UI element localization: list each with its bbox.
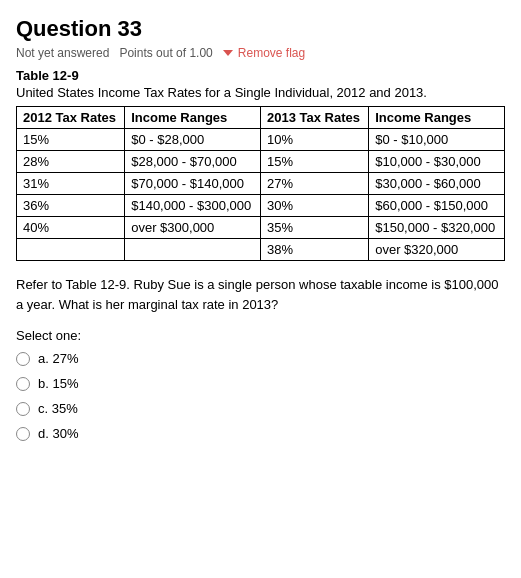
- table-cell: 28%: [17, 151, 125, 173]
- table-cell: 36%: [17, 195, 125, 217]
- meta-row: Not yet answered Points out of 1.00 Remo…: [16, 46, 505, 60]
- option-label-b: b. 15%: [38, 376, 78, 391]
- table-cell: $30,000 - $60,000: [369, 173, 505, 195]
- tax-table: 2012 Tax Rates Income Ranges 2013 Tax Ra…: [16, 106, 505, 261]
- col-header-2013-rates: 2013 Tax Rates: [260, 107, 368, 129]
- radio-c[interactable]: [16, 402, 30, 416]
- table-cell: $70,000 - $140,000: [125, 173, 261, 195]
- col-header-income-ranges-2012: Income Ranges: [125, 107, 261, 129]
- table-row: 28%$28,000 - $70,00015%$10,000 - $30,000: [17, 151, 505, 173]
- table-cell: $60,000 - $150,000: [369, 195, 505, 217]
- col-header-income-ranges-2013: Income Ranges: [369, 107, 505, 129]
- table-cell: $0 - $28,000: [125, 129, 261, 151]
- table-row: 36%$140,000 - $300,00030%$60,000 - $150,…: [17, 195, 505, 217]
- not-answered-label: Not yet answered: [16, 46, 109, 60]
- table-cell: $150,000 - $320,000: [369, 217, 505, 239]
- table-cell: [125, 239, 261, 261]
- table-cell: 27%: [260, 173, 368, 195]
- table-row: 15%$0 - $28,00010%$0 - $10,000: [17, 129, 505, 151]
- table-cell: over $320,000: [369, 239, 505, 261]
- table-cell: 40%: [17, 217, 125, 239]
- radio-d[interactable]: [16, 427, 30, 441]
- option-label-a: a. 27%: [38, 351, 78, 366]
- option-c[interactable]: c. 35%: [16, 401, 505, 416]
- question-text: Refer to Table 12-9. Ruby Sue is a singl…: [16, 275, 505, 314]
- table-label: Table 12-9: [16, 68, 505, 83]
- remove-flag-button[interactable]: Remove flag: [223, 46, 305, 60]
- points-label: Points out of 1.00: [119, 46, 212, 60]
- table-row: 38%over $320,000: [17, 239, 505, 261]
- flag-label: Remove flag: [238, 46, 305, 60]
- table-cell: [17, 239, 125, 261]
- radio-a[interactable]: [16, 352, 30, 366]
- select-one-label: Select one:: [16, 328, 505, 343]
- table-cell: 38%: [260, 239, 368, 261]
- table-cell: over $300,000: [125, 217, 261, 239]
- col-header-2012-rates: 2012 Tax Rates: [17, 107, 125, 129]
- table-cell: $0 - $10,000: [369, 129, 505, 151]
- table-cell: 30%: [260, 195, 368, 217]
- table-caption: United States Income Tax Rates for a Sin…: [16, 85, 505, 100]
- table-cell: 31%: [17, 173, 125, 195]
- table-cell: $10,000 - $30,000: [369, 151, 505, 173]
- table-cell: $140,000 - $300,000: [125, 195, 261, 217]
- question-title: Question 33: [16, 16, 505, 42]
- option-a[interactable]: a. 27%: [16, 351, 505, 366]
- table-header-row: 2012 Tax Rates Income Ranges 2013 Tax Ra…: [17, 107, 505, 129]
- option-b[interactable]: b. 15%: [16, 376, 505, 391]
- answer-options: a. 27%b. 15%c. 35%d. 30%: [16, 351, 505, 441]
- option-label-c: c. 35%: [38, 401, 78, 416]
- table-row: 31%$70,000 - $140,00027%$30,000 - $60,00…: [17, 173, 505, 195]
- table-cell: 35%: [260, 217, 368, 239]
- table-row: 40%over $300,00035%$150,000 - $320,000: [17, 217, 505, 239]
- option-d[interactable]: d. 30%: [16, 426, 505, 441]
- table-cell: 10%: [260, 129, 368, 151]
- radio-b[interactable]: [16, 377, 30, 391]
- tax-table-body: 15%$0 - $28,00010%$0 - $10,00028%$28,000…: [17, 129, 505, 261]
- flag-icon: [223, 50, 233, 56]
- table-cell: 15%: [17, 129, 125, 151]
- table-cell: 15%: [260, 151, 368, 173]
- option-label-d: d. 30%: [38, 426, 78, 441]
- table-cell: $28,000 - $70,000: [125, 151, 261, 173]
